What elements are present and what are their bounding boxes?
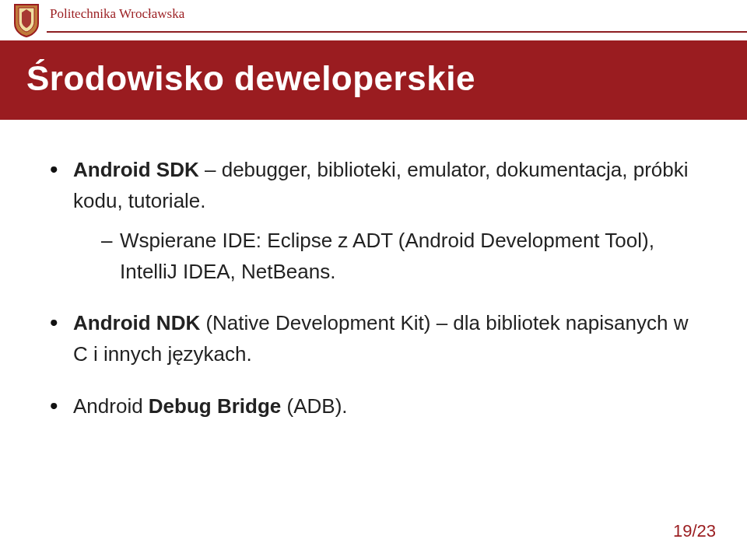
top-bar: Politechnika Wrocławska: [0, 0, 747, 37]
bullet-1: Android SDK – debugger, biblioteki, emul…: [50, 154, 697, 287]
bullet-1-sub-1: Wspierane IDE: Eclipse z ADT (Android De…: [101, 225, 697, 288]
bullet-3: Android Debug Bridge (ADB).: [50, 390, 697, 422]
bullet-3-pre: Android: [73, 394, 149, 418]
slide-title: Środowisko deweloperskie: [26, 59, 721, 98]
page-number: 19/23: [673, 521, 716, 541]
bullet-1-sub-1-text: Wspierane IDE: Eclipse z ADT (Android De…: [120, 229, 654, 283]
header-divider: [47, 31, 747, 33]
institution-name: Politechnika Wrocławska: [50, 6, 184, 22]
bullet-2-bold: Android NDK: [73, 311, 200, 334]
bullet-3-bold: Debug Bridge: [149, 394, 281, 418]
bullet-2: Android NDK (Native Development Kit) – d…: [50, 307, 697, 370]
slide: Politechnika Wrocławska Środowisko dewel…: [0, 0, 747, 560]
slide-body: Android SDK – debugger, biblioteki, emul…: [0, 120, 747, 422]
bullet-1-bold: Android SDK: [73, 158, 199, 181]
title-band: Środowisko deweloperskie: [0, 40, 747, 120]
university-shield-icon: [12, 3, 40, 37]
bullet-3-text: (ADB).: [281, 394, 347, 418]
